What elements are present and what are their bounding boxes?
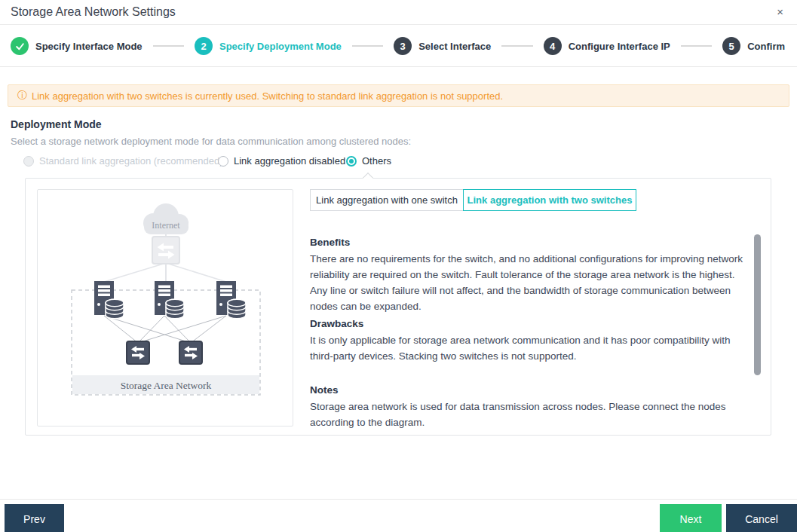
wizard-stepper: Specify Interface Mode 2 Specify Deploym…	[0, 26, 797, 67]
notes-body: Storage area network is used for data tr…	[310, 399, 748, 430]
step-label: Configure Interface IP	[569, 41, 670, 52]
step-connector	[681, 45, 712, 47]
step-label: Specify Interface Mode	[35, 41, 143, 52]
warning-text: Link aggregation with two switches is cu…	[32, 90, 503, 102]
step-specify-interface-mode: Specify Interface Mode	[11, 37, 143, 55]
drawbacks-body: It is only applicable for storage area n…	[310, 332, 748, 364]
warning-banner: ⓘ Link aggregation with two switches is …	[8, 84, 789, 107]
san-switch-icon	[179, 341, 202, 364]
step-select-interface: 3 Select Interface	[394, 37, 491, 55]
benefits-section: Benefits There are no requirements for t…	[310, 237, 748, 314]
radio-standard-link-aggregation: Standard link aggregation (recommended)	[23, 155, 223, 167]
scrollbar-thumb[interactable]	[754, 234, 761, 375]
topology-svg: Internet Storage Area Network	[38, 190, 293, 426]
step-number-badge: 2	[195, 37, 213, 55]
next-button[interactable]: Next	[660, 504, 722, 532]
san-switch-icon	[127, 341, 149, 364]
server-node-icon	[94, 281, 124, 319]
server-node-icon	[155, 281, 184, 319]
others-detail-panel: Internet Storage Area Network	[25, 178, 771, 436]
step-label: Select Interface	[418, 41, 491, 52]
step-connector	[153, 45, 184, 47]
radio-icon	[218, 156, 228, 167]
radio-label: Standard link aggregation (recommended)	[39, 155, 223, 167]
deployment-mode-subtitle: Select a storage network deployment mode…	[11, 136, 411, 147]
cancel-button[interactable]: Cancel	[726, 504, 797, 532]
step-label: Confirm	[747, 41, 785, 52]
prev-button[interactable]: Prev	[5, 504, 64, 532]
radio-label: Others	[362, 155, 391, 167]
step-confirm: 5 Confirm	[722, 37, 785, 55]
radio-icon	[23, 156, 34, 167]
server-node-icon	[216, 281, 246, 319]
dialog-footer: Prev Next Cancel	[0, 499, 797, 532]
san-settings-dialog: Storage Area Network Settings × Specify …	[0, 0, 797, 532]
dialog-header: Storage Area Network Settings ×	[0, 0, 797, 25]
benefits-heading: Benefits	[310, 237, 748, 248]
uplink-switch-icon	[152, 237, 179, 264]
radio-others[interactable]: Others	[346, 155, 391, 167]
deployment-mode-heading: Deployment Mode	[11, 118, 102, 130]
step-number-badge: 3	[394, 37, 412, 55]
tab-link-aggregation-one-switch[interactable]: Link aggregation with one switch	[310, 189, 464, 211]
step-number-badge: 4	[544, 37, 562, 55]
network-topology-diagram: Internet Storage Area Network	[37, 189, 293, 427]
step-done-check-icon	[11, 37, 29, 55]
radio-selected-icon	[346, 156, 357, 167]
step-specify-deployment-mode: 2 Specify Deployment Mode	[195, 37, 342, 55]
internet-label: Internet	[152, 220, 180, 231]
benefits-body: There are no requirements for the switch…	[310, 251, 748, 314]
internet-cloud-icon: Internet	[143, 203, 189, 234]
drawbacks-heading: Drawbacks	[310, 318, 748, 329]
drawbacks-section: Drawbacks It is only applicable for stor…	[310, 318, 748, 364]
dialog-title: Storage Area Network Settings	[11, 5, 176, 19]
step-connector	[501, 45, 532, 47]
tab-link-aggregation-two-switches[interactable]: Link aggregation with two switches	[463, 189, 636, 211]
radio-label: Link aggregation disabled	[234, 155, 345, 167]
notes-section: Notes Storage area network is used for d…	[310, 384, 748, 430]
step-connector	[352, 45, 383, 47]
radio-link-aggregation-disabled[interactable]: Link aggregation disabled	[218, 155, 345, 167]
step-configure-interface-ip: 4 Configure Interface IP	[544, 37, 670, 55]
step-label: Specify Deployment Mode	[219, 41, 342, 52]
info-icon: ⓘ	[17, 89, 27, 102]
notes-heading: Notes	[310, 384, 748, 396]
san-label: Storage Area Network	[121, 380, 212, 391]
step-number-badge: 5	[722, 37, 740, 55]
close-icon[interactable]: ×	[777, 6, 783, 18]
